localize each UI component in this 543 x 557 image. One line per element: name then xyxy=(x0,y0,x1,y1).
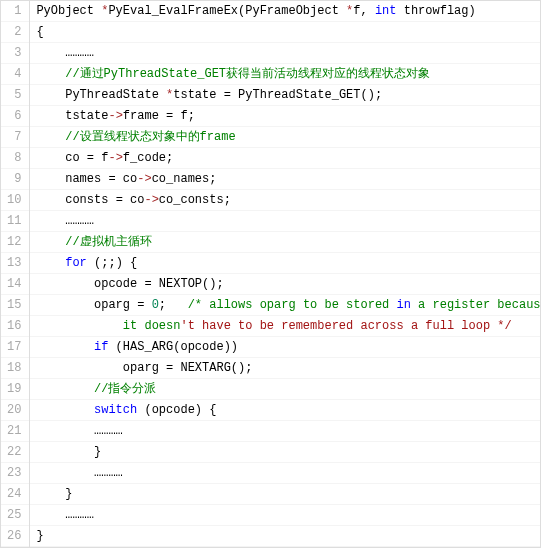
code-token: f, xyxy=(353,4,375,18)
code-token: co_names; xyxy=(152,172,217,186)
code-token: oparg xyxy=(94,298,137,312)
line-number: 19 xyxy=(1,379,29,400)
code-line: } xyxy=(30,442,540,463)
code-token: NEXTOP(); xyxy=(152,277,224,291)
code-line: { xyxy=(30,22,540,43)
code-token: f_code; xyxy=(123,151,173,165)
line-number: 8 xyxy=(1,148,29,169)
code-line: //通过PyThreadState_GET获得当前活动线程对应的线程状态对象 xyxy=(30,64,540,85)
code-token: PyObject xyxy=(36,4,101,18)
line-number: 26 xyxy=(1,526,29,547)
code-line: it doesn't have to be remembered across … xyxy=(30,316,540,337)
line-number: 24 xyxy=(1,484,29,505)
code-token: //指令分派 xyxy=(94,382,156,396)
line-number: 1 xyxy=(1,1,29,22)
code-line: oparg = NEXTARG(); xyxy=(30,358,540,379)
code-line: switch (opcode) { xyxy=(30,400,540,421)
code-block: 1234567891011121314151617181920212223242… xyxy=(0,0,541,548)
code-line: oparg = 0; /* allows oparg to be stored … xyxy=(30,295,540,316)
code-token: -> xyxy=(108,151,122,165)
code-token: NEXTARG(); xyxy=(173,361,252,375)
line-number: 5 xyxy=(1,85,29,106)
code-line: co = f->f_code; xyxy=(30,148,540,169)
line-number: 13 xyxy=(1,253,29,274)
code-token: PyThreadState_GET(); xyxy=(231,88,382,102)
code-token: = xyxy=(87,151,94,165)
code-token: } xyxy=(65,487,72,501)
code-line: names = co->co_names; xyxy=(30,169,540,190)
code-token: 0 xyxy=(152,298,159,312)
code-token: (HAS_ARG(opcode)) xyxy=(108,340,238,354)
code-token: ………… xyxy=(94,424,123,438)
code-token: frame xyxy=(123,109,166,123)
line-number: 15 xyxy=(1,295,29,316)
code-token: ………… xyxy=(65,508,94,522)
line-number: 22 xyxy=(1,442,29,463)
code-token: = xyxy=(224,88,231,102)
line-number: 17 xyxy=(1,337,29,358)
code-token: } xyxy=(94,445,101,459)
code-token: = xyxy=(116,193,123,207)
code-line: opcode = NEXTOP(); xyxy=(30,274,540,295)
code-line: PyThreadState *tstate = PyThreadState_GE… xyxy=(30,85,540,106)
line-number: 14 xyxy=(1,274,29,295)
code-token: ………… xyxy=(94,466,123,480)
code-line: ………… xyxy=(30,505,540,526)
code-token: co_consts; xyxy=(159,193,231,207)
code-line: for (;;) { xyxy=(30,253,540,274)
code-token: //设置线程状态对象中的frame xyxy=(65,130,235,144)
line-number: 18 xyxy=(1,358,29,379)
code-line: ………… xyxy=(30,43,540,64)
line-number: 2 xyxy=(1,22,29,43)
code-token: co xyxy=(65,151,87,165)
code-token: PyEval_EvalFrameEx(PyFrameObject xyxy=(108,4,346,18)
code-token: in xyxy=(397,298,411,312)
code-token: ………… xyxy=(65,214,94,228)
code-token: tstate xyxy=(173,88,223,102)
line-number: 6 xyxy=(1,106,29,127)
code-token: opcode xyxy=(94,277,144,291)
line-number: 7 xyxy=(1,127,29,148)
code-token: oparg xyxy=(123,361,166,375)
code-token: throwflag) xyxy=(396,4,475,18)
code-token: (opcode) { xyxy=(137,403,216,417)
code-content: PyObject *PyEval_EvalFrameEx(PyFrameObje… xyxy=(30,1,540,547)
code-token: = xyxy=(108,172,115,186)
code-token: (;;) { xyxy=(87,256,137,270)
line-number: 12 xyxy=(1,232,29,253)
code-token: = xyxy=(144,277,151,291)
code-line: } xyxy=(30,484,540,505)
code-line: //指令分派 xyxy=(30,379,540,400)
code-token xyxy=(144,298,151,312)
code-token: -> xyxy=(137,172,151,186)
code-token: { xyxy=(36,25,43,39)
code-line: } xyxy=(30,526,540,547)
code-token: a register because xyxy=(411,298,540,312)
code-token: f xyxy=(94,151,108,165)
code-token: if xyxy=(94,340,108,354)
code-line: if (HAS_ARG(opcode)) xyxy=(30,337,540,358)
code-line: //虚拟机主循环 xyxy=(30,232,540,253)
code-token: -> xyxy=(108,109,122,123)
code-token: -> xyxy=(144,193,158,207)
code-token: //虚拟机主循环 xyxy=(65,235,151,249)
code-token: f; xyxy=(173,109,195,123)
line-number: 20 xyxy=(1,400,29,421)
code-token: ; xyxy=(159,298,188,312)
line-number: 3 xyxy=(1,43,29,64)
code-token: co xyxy=(116,172,138,186)
line-number: 23 xyxy=(1,463,29,484)
code-token: for xyxy=(65,256,87,270)
code-token: consts xyxy=(65,193,115,207)
line-number: 9 xyxy=(1,169,29,190)
code-line: //设置线程状态对象中的frame xyxy=(30,127,540,148)
code-token: tstate xyxy=(65,109,108,123)
code-token: names xyxy=(65,172,108,186)
code-line: PyObject *PyEval_EvalFrameEx(PyFrameObje… xyxy=(30,1,540,22)
code-token: 't have to be remembered across a full l… xyxy=(180,319,511,333)
code-token: /* allows oparg to be stored xyxy=(188,298,397,312)
code-line: tstate->frame = f; xyxy=(30,106,540,127)
line-number: 4 xyxy=(1,64,29,85)
code-token: co xyxy=(123,193,145,207)
line-number: 16 xyxy=(1,316,29,337)
